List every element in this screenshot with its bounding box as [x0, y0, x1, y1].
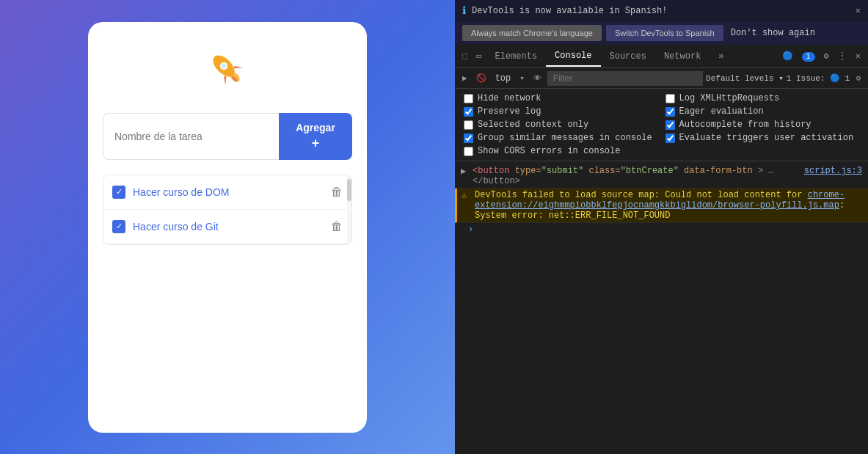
default-levels-button[interactable]: Default levels ▾ [706, 73, 784, 83]
warning-icon: ⚠ [462, 190, 467, 201]
infobar-close-button[interactable]: ✕ [856, 5, 861, 16]
console-toolbar: ▶ 🚫 top ▾ 👁 Default levels ▾ 1 Issue: 🔵 … [455, 68, 868, 89]
clear-console-icon[interactable]: 🚫 [473, 72, 489, 84]
scrollbar-thumb[interactable] [347, 179, 351, 201]
checkbox-preserve-log[interactable] [464, 107, 473, 117]
checkbox-evaluate-triggers[interactable] [665, 133, 675, 143]
scrollbar-track [347, 175, 351, 244]
setting-selected-context[interactable]: Selected context only [464, 120, 658, 130]
issues-icon[interactable]: 🔵 1 [778, 48, 819, 65]
checkbox-log-xmlhttp[interactable] [665, 94, 675, 103]
task-item: Hacer curso de DOM 🗑 [103, 175, 351, 210]
task-input[interactable] [103, 113, 279, 160]
tab-sources[interactable]: Sources [601, 47, 655, 66]
inspect-icon[interactable]: ⬚ [458, 48, 472, 65]
settings-icon[interactable]: ⚙ [820, 48, 834, 65]
info-icon: ℹ [462, 4, 466, 17]
close-devtools-button[interactable]: ✕ [851, 48, 865, 65]
prompt-caret: › [468, 224, 473, 235]
plus-icon: + [312, 136, 320, 151]
setting-hide-network[interactable]: Hide network [464, 93, 658, 103]
top-dropdown-icon[interactable]: ▾ [517, 72, 528, 84]
checkbox-group-similar[interactable] [464, 133, 473, 143]
task-form: Agregar + [103, 113, 352, 160]
setting-cors-errors[interactable]: Show CORS errors in console [464, 146, 658, 156]
expand-icon[interactable]: ▶ [459, 72, 470, 84]
task-checkbox-2[interactable] [112, 220, 125, 233]
add-button[interactable]: Agregar + [279, 113, 352, 160]
tab-elements[interactable]: Elements [486, 47, 546, 66]
console-filter-input[interactable] [547, 71, 703, 86]
switch-devtools-button[interactable]: Switch DevTools to Spanish [606, 25, 723, 41]
entry-arrow: ▶ [461, 166, 466, 177]
device-icon[interactable]: ▭ [472, 48, 486, 65]
issue-badge: 1 [802, 52, 815, 62]
devtools-toolbar: ⬚ ▭ Elements Console Sources Network » 🔵… [455, 45, 868, 68]
setting-evaluate-triggers[interactable]: Evaluate triggers user activation [665, 133, 860, 143]
more-options-icon[interactable]: ⋮ [834, 48, 851, 65]
console-output: script.js:3 ▶ <button type="submit" clas… [455, 161, 868, 454]
console-prompt[interactable]: › [455, 223, 868, 236]
task-item: Hacer curso de Git 🗑 [103, 210, 351, 244]
issue-count-button[interactable]: 1 Issue: 🔵 1 [787, 73, 850, 83]
checkbox-selected-context[interactable] [464, 120, 473, 130]
devtools-infobar-buttons: Always match Chrome's language Switch De… [455, 21, 868, 45]
task-delete-2[interactable]: 🗑 [331, 220, 343, 233]
task-checkbox-1[interactable] [112, 186, 125, 199]
tab-more[interactable]: » [710, 47, 732, 66]
devtools-panel: ℹ DevTools is now available in Spanish! … [455, 0, 868, 454]
infobar-message: DevTools is now available in Spanish! [472, 6, 667, 16]
setting-eager-eval[interactable]: Eager evaluation [665, 106, 860, 117]
task-text-2: Hacer curso de Git [133, 221, 324, 233]
app-card: Agregar + Hacer curso de DOM 🗑 Hacer cur… [88, 22, 367, 433]
devtools-infobar: ℹ DevTools is now available in Spanish! … [455, 0, 868, 21]
add-button-label: Agregar [296, 122, 335, 133]
script-ref[interactable]: script.js:3 [804, 166, 862, 176]
tab-network[interactable]: Network [655, 47, 710, 66]
console-settings-icon[interactable]: ⚙ [853, 72, 864, 84]
console-top-label: top [492, 73, 514, 84]
dont-show-again-button[interactable]: Don't show again [731, 28, 815, 38]
checkbox-cors-errors[interactable] [464, 147, 473, 156]
setting-autocomplete[interactable]: Autocomplete from history [665, 120, 860, 130]
task-list: Hacer curso de DOM 🗑 Hacer curso de Git … [103, 175, 352, 245]
console-log-warning: ⚠ DevTools failed to load source map: Co… [455, 188, 868, 223]
eye-icon[interactable]: 👁 [530, 72, 544, 84]
console-settings: Hide network Log XMLHttpRequests Preserv… [455, 89, 868, 161]
checkbox-eager-eval[interactable] [665, 107, 675, 117]
checkbox-hide-network[interactable] [464, 94, 473, 103]
setting-log-xmlhttp[interactable]: Log XMLHttpRequests [665, 93, 860, 103]
setting-preserve-log[interactable]: Preserve log [464, 106, 658, 117]
warning-text: DevTools failed to load source map: Coul… [475, 190, 808, 200]
console-log-html: script.js:3 ▶ <button type="submit" clas… [455, 164, 868, 188]
rocket-icon [202, 44, 253, 98]
app-panel: Agregar + Hacer curso de DOM 🗑 Hacer cur… [0, 0, 455, 454]
checkbox-autocomplete[interactable] [665, 120, 675, 130]
task-text-1: Hacer curso de DOM [133, 186, 324, 198]
task-delete-1[interactable]: 🗑 [331, 186, 343, 199]
setting-group-similar[interactable]: Group similar messages in console [464, 133, 658, 143]
always-match-button[interactable]: Always match Chrome's language [462, 25, 602, 41]
tab-console[interactable]: Console [546, 46, 600, 67]
